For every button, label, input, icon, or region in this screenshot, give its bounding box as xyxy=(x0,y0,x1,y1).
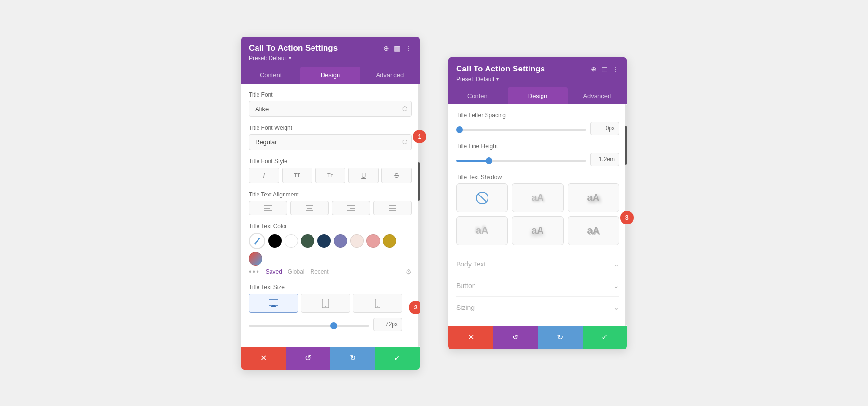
shadow-option-4[interactable]: aA xyxy=(512,216,563,245)
color-purple[interactable] xyxy=(334,234,347,248)
shadow-option-3[interactable]: aA xyxy=(456,216,508,245)
sizing-chevron-icon: ⌄ xyxy=(613,304,619,311)
title-line-height-slider-row: 1.2em xyxy=(456,153,619,166)
capitalize-button[interactable]: Tт xyxy=(315,168,346,183)
save-button-2[interactable]: ✓ xyxy=(583,326,627,349)
button-section[interactable]: Button ⌄ xyxy=(456,275,619,296)
align-left-button[interactable] xyxy=(249,201,287,215)
color-picker-button[interactable] xyxy=(249,233,265,249)
panel-1-more-icon[interactable]: ⋮ xyxy=(405,44,412,52)
tab-design-1[interactable]: Design xyxy=(300,67,360,84)
shadow-text-1: aA xyxy=(531,192,544,203)
align-right-button[interactable] xyxy=(332,201,370,215)
tablet-size-button[interactable] xyxy=(301,294,350,313)
color-gold[interactable] xyxy=(383,234,396,248)
save-button-1[interactable]: ✓ xyxy=(375,347,420,370)
panel-2: Call To Action Settings ⊕ ▥ ⋮ Preset: De… xyxy=(448,57,627,349)
panel-2-tabs: Content Design Advanced xyxy=(448,87,627,104)
svg-rect-1 xyxy=(264,208,270,209)
cancel-button-1[interactable]: ✕ xyxy=(241,347,286,370)
color-dark-blue[interactable] xyxy=(317,234,331,248)
panel-1-layout-icon[interactable]: ▥ xyxy=(394,44,400,52)
title-letter-spacing-slider[interactable] xyxy=(456,129,586,131)
title-font-weight-select[interactable]: Regular xyxy=(249,134,412,150)
body-text-label: Body Text xyxy=(456,260,486,268)
svg-rect-11 xyxy=(389,210,396,211)
panel-2-preset[interactable]: Preset: Default xyxy=(456,76,619,83)
mobile-size-button[interactable] xyxy=(353,294,402,313)
svg-rect-7 xyxy=(350,208,355,209)
title-text-alignment-buttons xyxy=(249,201,412,215)
panel-2-title: Call To Action Settings xyxy=(456,64,545,74)
panel-2-layout-icon[interactable]: ▥ xyxy=(601,65,608,73)
underline-button[interactable]: U xyxy=(348,168,379,183)
body-text-chevron-icon: ⌄ xyxy=(613,260,619,268)
panel-1-preset[interactable]: Preset: Default xyxy=(249,55,412,62)
tab-content-2[interactable]: Content xyxy=(448,87,508,104)
redo-button-1[interactable]: ↻ xyxy=(330,347,375,370)
panel-2-target-icon[interactable]: ⊕ xyxy=(591,65,597,73)
title-line-height-label: Title Line Height xyxy=(456,143,619,150)
badge-1: 1 xyxy=(413,130,426,143)
panel-1-title: Call To Action Settings xyxy=(249,43,338,53)
scrollbar-thumb-1[interactable] xyxy=(418,162,420,201)
tab-advanced-2[interactable]: Advanced xyxy=(568,87,627,104)
title-text-alignment-label: Title Text Alignment xyxy=(249,191,412,198)
title-line-height-group: Title Line Height 1.2em xyxy=(456,143,619,166)
italic-button[interactable]: I xyxy=(249,168,279,183)
panel-2-more-icon[interactable]: ⋮ xyxy=(612,65,619,73)
align-center-button[interactable] xyxy=(290,201,329,215)
title-line-height-value[interactable]: 1.2em xyxy=(590,153,619,166)
title-font-select[interactable]: Alike xyxy=(249,101,412,117)
color-tab-global[interactable]: Global xyxy=(288,268,305,275)
align-justify-button[interactable] xyxy=(373,201,412,215)
desktop-size-button[interactable] xyxy=(249,294,298,313)
panel-1-title-row: Call To Action Settings ⊕ ▥ ⋮ xyxy=(249,43,412,53)
title-size-slider[interactable] xyxy=(249,325,369,327)
title-text-shadow-group: Title Text Shadow aA aA xyxy=(456,174,619,245)
tab-design-2[interactable]: Design xyxy=(508,87,567,104)
color-tab-recent[interactable]: Recent xyxy=(311,268,329,275)
title-line-height-slider[interactable] xyxy=(456,160,586,162)
color-pink[interactable] xyxy=(366,234,380,248)
body-text-section[interactable]: Body Text ⌄ xyxy=(456,253,619,275)
color-white[interactable] xyxy=(285,234,298,248)
undo-button-2[interactable]: ↺ xyxy=(493,326,538,349)
badge-3: 3 xyxy=(620,211,634,224)
redo-button-2[interactable]: ↻ xyxy=(538,326,583,349)
color-gradient[interactable] xyxy=(249,252,262,266)
title-text-size-group: Title Text Size 72px xyxy=(249,284,412,331)
color-settings-icon[interactable]: ⚙ xyxy=(406,268,412,276)
tab-content-1[interactable]: Content xyxy=(241,67,300,84)
panel-1-target-icon[interactable]: ⊕ xyxy=(383,44,389,52)
panel-2-body: Title Letter Spacing 0px Title Line Heig… xyxy=(448,104,627,326)
shadow-option-2[interactable]: aA xyxy=(568,183,619,212)
scrollbar-thumb-2[interactable] xyxy=(625,126,627,165)
shadow-grid: aA aA aA aA aA xyxy=(456,183,619,245)
color-light-pink[interactable] xyxy=(350,234,364,248)
panel-2-footer: ✕ ↺ ↻ ✓ xyxy=(448,326,627,349)
svg-rect-13 xyxy=(269,299,278,305)
shadow-option-1[interactable]: aA xyxy=(512,183,563,212)
undo-button-1[interactable]: ↺ xyxy=(286,347,331,370)
title-letter-spacing-slider-row: 0px xyxy=(456,122,619,135)
tab-advanced-1[interactable]: Advanced xyxy=(360,67,420,84)
color-black[interactable] xyxy=(268,234,282,248)
title-font-style-label: Title Font Style xyxy=(249,158,412,165)
title-font-weight-label: Title Font Weight xyxy=(249,125,412,131)
strikethrough-button[interactable]: S xyxy=(381,168,412,183)
title-font-weight-group: Title Font Weight Regular ⬡ xyxy=(249,125,412,150)
sizing-section[interactable]: Sizing ⌄ xyxy=(456,296,619,318)
panel-1-tabs: Content Design Advanced xyxy=(241,67,420,84)
title-size-value[interactable]: 72px xyxy=(373,318,402,331)
color-dark-green[interactable] xyxy=(301,234,314,248)
color-tab-saved[interactable]: Saved xyxy=(266,268,282,275)
svg-point-17 xyxy=(325,306,326,307)
shadow-option-5[interactable]: aA xyxy=(568,216,619,245)
shadow-none-option[interactable] xyxy=(456,183,508,212)
title-letter-spacing-value[interactable]: 0px xyxy=(590,122,619,135)
size-device-row xyxy=(249,294,402,313)
cancel-button-2[interactable]: ✕ xyxy=(448,326,493,349)
uppercase-button[interactable]: TT xyxy=(282,168,312,183)
svg-point-12 xyxy=(258,238,260,239)
